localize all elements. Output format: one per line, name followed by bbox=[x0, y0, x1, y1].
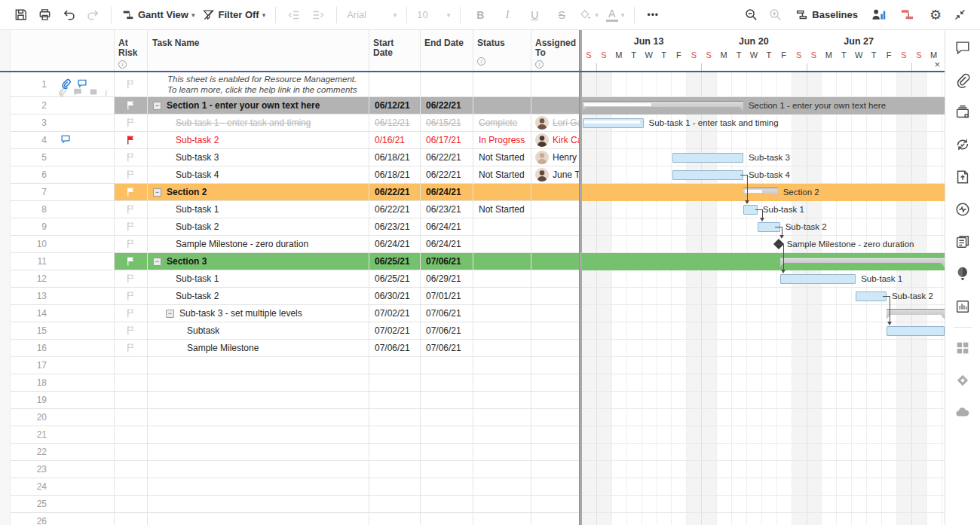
at-risk-cell[interactable] bbox=[115, 166, 148, 184]
assigned-to-cell[interactable] bbox=[531, 72, 579, 97]
end-date-cell[interactable]: 07/06/21 bbox=[421, 340, 473, 357]
start-date-cell[interactable] bbox=[369, 72, 421, 97]
assigned-to-cell[interactable]: Henry bbox=[531, 149, 579, 166]
task-name-cell[interactable]: −Sub-task 3 - set multiple levels bbox=[148, 305, 369, 322]
row-number-cell[interactable]: 23 bbox=[11, 461, 115, 478]
status-cell[interactable] bbox=[473, 97, 531, 114]
font-size-select[interactable]: 10 ▾ bbox=[414, 5, 453, 26]
status-info-icon[interactable]: i bbox=[477, 57, 485, 66]
row-number-cell[interactable]: 26 bbox=[11, 513, 115, 525]
gray-flag-icon[interactable] bbox=[126, 221, 136, 232]
status-cell[interactable] bbox=[473, 392, 531, 409]
at-risk-cell[interactable] bbox=[115, 97, 148, 114]
task-bar[interactable] bbox=[856, 291, 887, 301]
at-risk-cell[interactable] bbox=[115, 114, 148, 132]
assigned-to-cell[interactable] bbox=[531, 305, 579, 322]
assigned-to-cell[interactable] bbox=[531, 97, 579, 114]
start-date-cell[interactable]: 07/02/21 bbox=[369, 305, 421, 322]
end-date-cell[interactable]: 06/22/21 bbox=[421, 149, 473, 166]
status-cell[interactable] bbox=[473, 270, 531, 288]
start-date-cell[interactable]: 06/25/21 bbox=[369, 270, 421, 288]
at-risk-cell[interactable] bbox=[115, 132, 148, 149]
save-icon[interactable] bbox=[9, 5, 32, 26]
assigned-to-cell[interactable] bbox=[531, 270, 579, 288]
start-date-cell[interactable] bbox=[369, 426, 421, 444]
underline-button[interactable]: U bbox=[522, 5, 547, 26]
at-risk-cell[interactable] bbox=[115, 374, 148, 392]
assigned-to-cell[interactable] bbox=[531, 392, 579, 409]
row-number-cell[interactable]: 16 bbox=[11, 340, 115, 357]
end-date-cell[interactable]: 07/06/21 bbox=[421, 253, 473, 270]
assigned-to-cell[interactable] bbox=[531, 253, 579, 270]
at-risk-cell[interactable] bbox=[115, 426, 148, 444]
status-cell[interactable] bbox=[473, 444, 531, 461]
at-risk-cell[interactable] bbox=[115, 409, 148, 426]
at-risk-cell[interactable] bbox=[115, 444, 148, 461]
end-date-cell[interactable]: 06/23/21 bbox=[421, 201, 473, 218]
at-risk-cell[interactable] bbox=[115, 322, 148, 340]
status-cell[interactable] bbox=[473, 253, 531, 270]
start-date-cell[interactable]: 06/12/21 bbox=[369, 97, 421, 114]
status-cell[interactable] bbox=[473, 357, 531, 374]
gray-flag-icon[interactable] bbox=[126, 169, 136, 180]
row-number-cell[interactable]: 9 bbox=[11, 218, 115, 236]
task-bar[interactable] bbox=[583, 118, 644, 128]
font-family-select[interactable]: Arial ▾ bbox=[344, 5, 400, 26]
assigned-to-cell[interactable] bbox=[531, 288, 579, 305]
end-date-cell[interactable] bbox=[421, 374, 473, 392]
task-name-cell[interactable] bbox=[148, 478, 369, 496]
at-risk-cell[interactable] bbox=[115, 340, 148, 357]
status-cell[interactable]: Not Started bbox=[473, 201, 531, 218]
task-name-cell[interactable] bbox=[148, 392, 369, 409]
gray-flag-icon[interactable] bbox=[126, 239, 136, 249]
start-date-cell[interactable]: 07/06/21 bbox=[369, 340, 421, 357]
assigned-to-cell[interactable] bbox=[531, 218, 579, 236]
task-name-cell[interactable]: Sub-task 1 bbox=[148, 270, 369, 288]
row-number-cell[interactable]: 19 bbox=[11, 392, 115, 409]
end-date-cell[interactable] bbox=[421, 426, 473, 444]
row-number-cell[interactable]: 21 bbox=[11, 426, 115, 444]
row-number-cell[interactable]: 3 bbox=[11, 114, 115, 132]
row-number-cell[interactable]: 5 bbox=[11, 149, 115, 166]
assigned-to-cell[interactable] bbox=[531, 496, 579, 513]
task-bar[interactable] bbox=[780, 274, 856, 284]
assigned-to-cell[interactable]: Kirk Ca bbox=[531, 132, 579, 149]
row-number-cell[interactable]: 20 bbox=[11, 409, 115, 426]
end-date-cell[interactable] bbox=[421, 392, 473, 409]
gray-flag-icon[interactable] bbox=[126, 273, 136, 284]
assigned-to-cell[interactable]: Lori Ga bbox=[531, 114, 579, 132]
status-cell[interactable] bbox=[473, 374, 531, 392]
status-cell[interactable] bbox=[473, 513, 531, 525]
attachments-icon[interactable] bbox=[954, 71, 972, 89]
task-name-cell[interactable]: Sub-task 4 bbox=[148, 166, 369, 184]
task-bar[interactable] bbox=[887, 326, 945, 336]
start-date-cell[interactable]: 07/02/21 bbox=[369, 322, 421, 340]
end-date-cell[interactable]: 07/06/21 bbox=[421, 322, 473, 340]
comments-icon[interactable] bbox=[954, 38, 972, 56]
status-cell[interactable]: Complete bbox=[473, 114, 531, 132]
red-flag-icon[interactable] bbox=[126, 135, 136, 145]
assigned-to-cell[interactable] bbox=[531, 357, 579, 374]
start-date-cell[interactable]: 06/30/21 bbox=[369, 288, 421, 305]
start-date-cell[interactable]: 0/16/21 bbox=[369, 132, 421, 149]
task-name-cell[interactable] bbox=[148, 496, 369, 513]
gray-flag-icon[interactable] bbox=[126, 118, 136, 128]
update-requests-icon[interactable] bbox=[954, 136, 972, 154]
end-date-cell[interactable]: 07/01/21 bbox=[421, 288, 473, 305]
task-name-cell[interactable] bbox=[148, 374, 369, 392]
more-button[interactable]: ••• bbox=[642, 5, 664, 26]
at-risk-cell[interactable] bbox=[115, 357, 148, 374]
collapse-toggle[interactable]: − bbox=[153, 258, 161, 266]
at-risk-cell[interactable] bbox=[115, 270, 148, 288]
status-cell[interactable] bbox=[473, 496, 531, 513]
end-date-cell[interactable] bbox=[421, 72, 473, 97]
row-number-cell[interactable]: 15 bbox=[11, 322, 115, 340]
column-header-task-name[interactable] bbox=[148, 30, 369, 71]
task-name-cell[interactable]: −Section 3 bbox=[148, 253, 369, 270]
start-date-cell[interactable] bbox=[369, 392, 421, 409]
strikethrough-button[interactable]: S bbox=[549, 5, 574, 26]
task-name-cell[interactable]: −Section 2 bbox=[148, 184, 369, 201]
at-risk-cell[interactable] bbox=[115, 218, 148, 236]
summary-card-icon[interactable] bbox=[954, 233, 972, 251]
at-risk-cell[interactable] bbox=[115, 201, 148, 218]
